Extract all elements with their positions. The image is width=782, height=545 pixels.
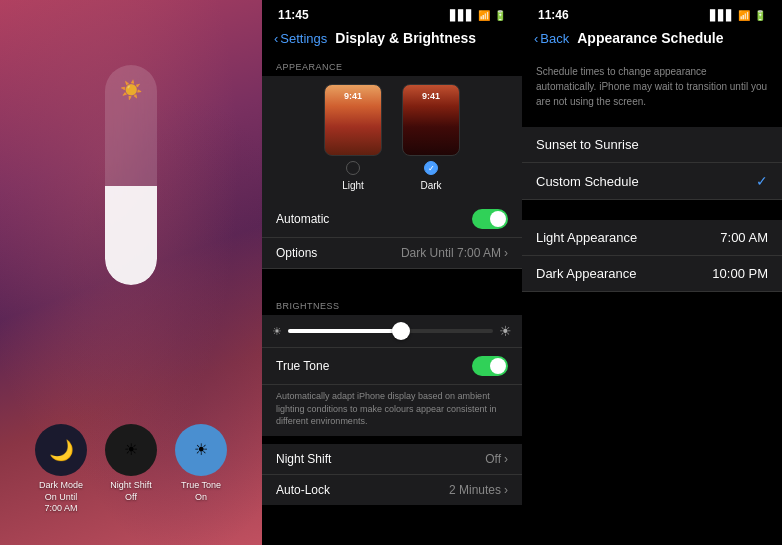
dark-theme-option[interactable]: 9:41 ✓ Dark	[402, 84, 460, 191]
section-divider-2	[262, 436, 522, 444]
back-chevron-icon: ‹	[274, 31, 278, 46]
options-row[interactable]: Options Dark Until 7:00 AM ›	[262, 238, 522, 269]
nav-bar-3: ‹ Back Appearance Schedule	[522, 26, 782, 54]
auto-lock-chevron-icon: ›	[504, 483, 508, 497]
spacer-2	[522, 200, 782, 220]
sun-large-icon: ☀	[499, 323, 512, 339]
dark-theme-preview: 9:41	[402, 84, 460, 156]
night-shift-value-text: Off	[485, 452, 501, 466]
status-time: 11:45	[278, 8, 309, 22]
options-value: Dark Until 7:00 AM ›	[401, 246, 508, 260]
automatic-label: Automatic	[276, 212, 329, 226]
dark-mode-label: Dark ModeOn Until7:00 AM	[39, 480, 83, 515]
status-bar: 11:45 ▋▋▋ 📶 🔋	[262, 0, 522, 26]
battery-icon: 🔋	[494, 10, 506, 21]
light-preview-time: 9:41	[325, 91, 381, 101]
display-brightness-panel: 11:45 ▋▋▋ 📶 🔋 ‹ Settings Display & Brigh…	[262, 0, 522, 545]
back-label-3: Back	[540, 31, 569, 46]
auto-lock-value-text: 2 Minutes	[449, 483, 501, 497]
night-shift-icon: ☀	[105, 424, 157, 476]
sun-small-icon: ☀	[272, 325, 282, 338]
signal-icon: ▋▋▋	[450, 10, 474, 21]
options-chevron-icon: ›	[504, 246, 508, 260]
nav-bar: ‹ Settings Display & Brightness	[262, 26, 522, 54]
night-shift-label: Night ShiftOff	[110, 480, 152, 503]
night-shift-row[interactable]: Night Shift Off ›	[262, 444, 522, 475]
status-icons-3: ▋▋▋ 📶 🔋	[710, 10, 766, 21]
light-theme-label: Light	[342, 180, 364, 191]
schedule-description: Schedule times to change appearance auto…	[522, 54, 782, 119]
light-theme-radio[interactable]	[346, 161, 360, 175]
options-label: Options	[276, 246, 317, 260]
appearance-selector: 9:41 Light 9:41 ✓ Dark	[262, 76, 522, 201]
true-tone-description: Automatically adapt iPhone display based…	[262, 385, 522, 436]
brightness-section-header: BRIGHTNESS	[262, 293, 522, 315]
nav-title-3: Appearance Schedule	[577, 30, 723, 46]
signal-icon-3: ▋▋▋	[710, 10, 734, 21]
light-appearance-label: Light Appearance	[536, 230, 637, 245]
checkmark-icon: ✓	[756, 173, 768, 189]
dark-mode-icon: 🌙	[35, 424, 87, 476]
appearance-schedule-panel: 11:46 ▋▋▋ 📶 🔋 ‹ Back Appearance Schedule…	[522, 0, 782, 545]
spacer	[522, 119, 782, 127]
wifi-icon-3: 📶	[738, 10, 750, 21]
dark-appearance-row[interactable]: Dark Appearance 10:00 PM	[522, 256, 782, 292]
brightness-track[interactable]	[288, 329, 493, 333]
appearance-section-header: APPEARANCE	[262, 54, 522, 76]
back-button-3[interactable]: ‹ Back	[534, 31, 569, 46]
options-value-text: Dark Until 7:00 AM	[401, 246, 501, 260]
auto-lock-row[interactable]: Auto-Lock 2 Minutes ›	[262, 475, 522, 505]
light-theme-option[interactable]: 9:41 Light	[324, 84, 382, 191]
auto-lock-label: Auto-Lock	[276, 483, 330, 497]
dark-theme-radio[interactable]: ✓	[424, 161, 438, 175]
section-divider	[262, 269, 522, 293]
sunset-sunrise-label: Sunset to Sunrise	[536, 137, 639, 152]
brightness-fill	[288, 329, 401, 333]
nav-title: Display & Brightness	[335, 30, 476, 46]
dark-preview-time: 9:41	[403, 91, 459, 101]
back-label: Settings	[280, 31, 327, 46]
automatic-toggle[interactable]	[472, 209, 508, 229]
back-chevron-icon-3: ‹	[534, 31, 538, 46]
night-shift-chevron-icon: ›	[504, 452, 508, 466]
true-tone-toggle[interactable]	[472, 356, 508, 376]
status-icons: ▋▋▋ 📶 🔋	[450, 10, 506, 21]
status-time-3: 11:46	[538, 8, 569, 22]
dark-theme-label: Dark	[420, 180, 441, 191]
dark-mode-button[interactable]: 🌙 Dark ModeOn Until7:00 AM	[35, 424, 87, 515]
back-button[interactable]: ‹ Settings	[274, 31, 327, 46]
brightness-thumb[interactable]	[392, 322, 410, 340]
brightness-slider[interactable]: ☀️	[105, 65, 157, 285]
night-shift-button[interactable]: ☀ Night ShiftOff	[105, 424, 157, 515]
control-center-panel: ☀️ 🌙 Dark ModeOn Until7:00 AM ☀ Night Sh…	[0, 0, 262, 545]
brightness-icon: ☀️	[120, 79, 142, 101]
dark-appearance-label: Dark Appearance	[536, 266, 636, 281]
sunset-to-sunrise-option[interactable]: Sunset to Sunrise	[522, 127, 782, 163]
true-tone-label: True ToneOn	[181, 480, 221, 503]
wifi-icon: 📶	[478, 10, 490, 21]
custom-schedule-label: Custom Schedule	[536, 174, 639, 189]
automatic-row[interactable]: Automatic	[262, 201, 522, 238]
auto-lock-value: 2 Minutes ›	[449, 483, 508, 497]
light-appearance-time: 7:00 AM	[720, 230, 768, 245]
brightness-row: ☀ ☀	[262, 315, 522, 348]
light-appearance-row[interactable]: Light Appearance 7:00 AM	[522, 220, 782, 256]
true-tone-label: True Tone	[276, 359, 329, 373]
night-shift-label: Night Shift	[276, 452, 331, 466]
quick-controls: 🌙 Dark ModeOn Until7:00 AM ☀ Night Shift…	[0, 424, 262, 515]
true-tone-row[interactable]: True Tone	[262, 348, 522, 385]
night-shift-value: Off ›	[485, 452, 508, 466]
custom-schedule-option[interactable]: Custom Schedule ✓	[522, 163, 782, 200]
dark-appearance-time: 10:00 PM	[712, 266, 768, 281]
status-bar-3: 11:46 ▋▋▋ 📶 🔋	[522, 0, 782, 26]
true-tone-icon: ☀	[175, 424, 227, 476]
battery-icon-3: 🔋	[754, 10, 766, 21]
true-tone-button[interactable]: ☀ True ToneOn	[175, 424, 227, 515]
light-theme-preview: 9:41	[324, 84, 382, 156]
